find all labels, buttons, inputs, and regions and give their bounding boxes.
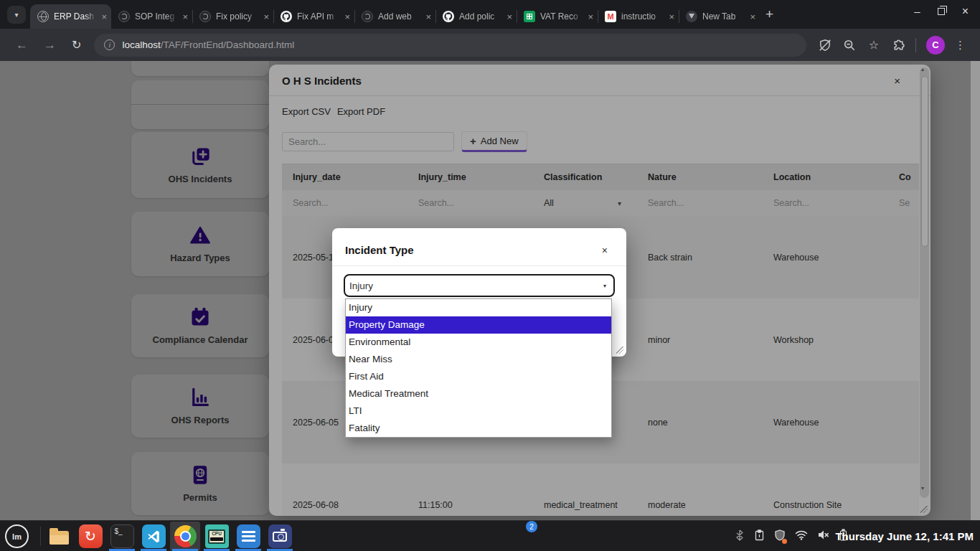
resize-handle-icon[interactable] <box>616 346 624 354</box>
tab-close-icon[interactable]: × <box>182 11 188 22</box>
tab-label: Fix API m <box>297 11 339 22</box>
toolbar-divider <box>915 38 916 52</box>
taskbar: lm ↻ $_ 2 CPU Thursday June 12, 1:41 PM <box>0 520 980 551</box>
tab-close-icon[interactable]: × <box>263 11 269 22</box>
tab-label: New Tab <box>702 11 745 22</box>
profile-avatar[interactable]: C <box>926 36 945 55</box>
option-injury[interactable]: Injury <box>346 299 611 316</box>
option-fatality[interactable]: Fatality <box>346 420 611 437</box>
tab-label: Add web <box>378 11 420 22</box>
minimize-button[interactable]: – <box>914 8 920 15</box>
tab-erp-dashboard[interactable]: ERP Dash × <box>30 4 111 29</box>
update-shield-icon[interactable] <box>774 529 786 544</box>
volume-muted-icon[interactable] <box>817 529 829 543</box>
option-near-miss[interactable]: Near Miss <box>346 351 611 368</box>
refresh-circle-icon: ↻ <box>79 524 103 548</box>
restore-button[interactable] <box>938 8 945 15</box>
divider <box>332 265 626 266</box>
taskbar-clock[interactable]: Thursday June 12, 1:41 PM <box>835 521 974 551</box>
web-app-button[interactable]: ↻ <box>77 524 103 549</box>
option-property-damage[interactable]: Property Damage <box>346 316 611 334</box>
site-info-icon[interactable]: i <box>104 39 115 50</box>
incident-type-select[interactable]: Injury ▾ <box>344 274 615 297</box>
app-favicon <box>199 11 211 22</box>
tab-add-policy[interactable]: Add polic × <box>435 4 517 29</box>
documents-app-button[interactable] <box>235 524 261 549</box>
wifi-icon[interactable] <box>795 530 808 543</box>
terminal-icon: $_ <box>110 524 134 548</box>
tab-close-icon[interactable]: × <box>344 11 350 22</box>
tab-fix-api[interactable]: Fix API m × <box>273 4 354 29</box>
bluetooth-icon[interactable] <box>735 529 745 544</box>
system-monitor-app-button[interactable]: CPU <box>204 524 230 549</box>
tab-close-icon[interactable]: × <box>750 11 755 22</box>
gmail-favicon: M <box>605 11 616 22</box>
tab-vat-reco[interactable]: VAT Reco × <box>517 4 598 29</box>
tab-add-webhook[interactable]: Add web × <box>354 4 435 29</box>
url-text: localhost/TAF/FrontEnd/Dashboard.html <box>122 39 294 50</box>
browser-menu-icon[interactable]: ⋮ <box>955 39 966 52</box>
document-lines-icon <box>237 524 260 548</box>
modal-title: Incident Type <box>345 244 414 256</box>
url-path: /TAF/FrontEnd/Dashboard.html <box>161 39 295 50</box>
option-first-aid[interactable]: First Aid <box>346 368 611 385</box>
window-controls: – × <box>914 7 969 16</box>
terminal-app-button[interactable]: $_ <box>109 524 135 549</box>
vscode-app-button[interactable] <box>141 524 166 549</box>
tab-sop-integ[interactable]: SOP Integ × <box>111 4 192 29</box>
tab-close-icon[interactable]: × <box>425 11 431 22</box>
github-favicon <box>281 11 292 22</box>
tab-close-icon[interactable]: × <box>588 11 593 22</box>
bookmark-star-icon[interactable]: ☆ <box>867 38 881 52</box>
select-value: Injury <box>349 281 373 291</box>
notification-badge: 2 <box>526 521 537 532</box>
chrome-app-button[interactable] <box>172 524 198 549</box>
tab-close-icon[interactable]: × <box>507 11 512 22</box>
page-content: OHS Incidents Hazard Types Compliance Ca… <box>0 61 980 520</box>
address-bar[interactable]: i localhost/TAF/FrontEnd/Dashboard.html <box>94 34 806 57</box>
screen: ▾ ERP Dash × SOP Integ × Fix policy × Fi… <box>0 0 980 551</box>
incident-type-dropdown: Injury Property Damage Environmental Nea… <box>345 298 612 438</box>
tab-label: instructio <box>621 11 664 22</box>
close-icon[interactable]: × <box>602 245 608 256</box>
tab-instructions[interactable]: M instructio × <box>598 4 679 29</box>
toolbar-icons: ☆ C ⋮ <box>818 36 971 55</box>
mint-menu-button[interactable]: lm <box>5 524 29 548</box>
update-dot <box>782 539 787 544</box>
forward-button[interactable]: → <box>44 38 56 52</box>
back-button[interactable]: ← <box>16 38 28 52</box>
new-tab-button[interactable]: + <box>765 6 773 22</box>
option-environmental[interactable]: Environmental <box>346 334 611 351</box>
folder-icon <box>50 531 69 545</box>
page-scrollbar[interactable] <box>971 61 980 520</box>
option-medical-treatment[interactable]: Medical Treatment <box>346 385 611 402</box>
zoom-out-icon[interactable] <box>842 38 857 52</box>
files-app-button[interactable] <box>46 524 72 549</box>
extensions-icon[interactable] <box>891 38 905 52</box>
browser-tab-bar: ▾ ERP Dash × SOP Integ × Fix policy × Fi… <box>0 0 980 29</box>
option-lti[interactable]: LTI <box>346 402 611 420</box>
clipboard-icon[interactable] <box>754 529 765 544</box>
tab-label: Fix policy <box>216 11 258 22</box>
tab-new-tab[interactable]: New Tab × <box>679 4 760 29</box>
app-favicon <box>362 11 373 22</box>
brave-favicon <box>686 11 697 22</box>
reload-button[interactable]: ↻ <box>72 38 81 52</box>
tab-search-button[interactable]: ▾ <box>7 6 26 24</box>
app-favicon <box>118 11 130 22</box>
close-window-button[interactable]: × <box>962 7 969 16</box>
tab-label: SOP Integ <box>135 11 177 22</box>
github-favicon <box>443 11 454 22</box>
tab-fix-policy[interactable]: Fix policy × <box>192 4 273 29</box>
tab-label: VAT Reco <box>540 11 583 22</box>
camera-icon <box>268 524 292 548</box>
screenshot-app-button[interactable] <box>267 524 293 549</box>
cpu-monitor-icon: CPU <box>205 524 229 548</box>
sheets-favicon <box>524 11 535 22</box>
taskbar-divider <box>40 527 41 546</box>
system-tray <box>735 521 848 551</box>
shield-off-icon[interactable] <box>818 38 832 52</box>
tab-close-icon[interactable]: × <box>101 11 107 22</box>
tab-close-icon[interactable]: × <box>669 11 674 22</box>
url-host: localhost <box>122 39 160 50</box>
